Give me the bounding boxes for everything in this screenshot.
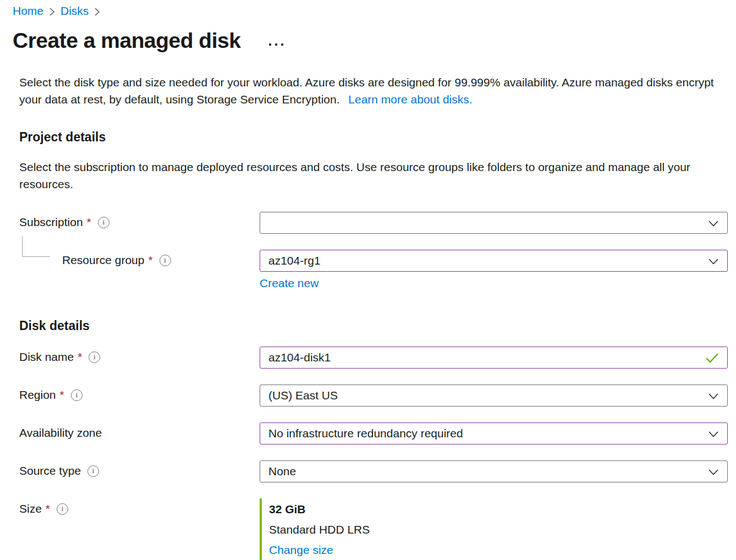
disk-details-heading: Disk details: [19, 319, 728, 333]
disk-details-fields: Disk name * i Region *: [19, 347, 728, 560]
size-value: 32 GiB: [269, 499, 728, 519]
region-dropdown[interactable]: (US) East US: [260, 385, 728, 407]
availability-zone-value: No infrastructure redundancy required: [268, 427, 463, 440]
intro-text: Select the disk type and size needed for…: [19, 74, 728, 108]
info-icon[interactable]: i: [160, 255, 171, 266]
required-asterisk: *: [87, 216, 91, 229]
page-title: Create a managed disk: [13, 29, 240, 53]
resource-group-row: Resource group * i az104-rg1 Create new: [19, 250, 728, 290]
create-managed-disk-page: Home Disks Create a managed disk Select …: [0, 0, 736, 560]
required-asterisk: *: [148, 254, 152, 267]
info-icon[interactable]: i: [57, 503, 68, 515]
source-type-row: Source type i None: [19, 460, 728, 482]
region-label: Region * i: [19, 385, 260, 402]
disk-name-row: Disk name * i: [19, 347, 728, 369]
chevron-down-icon: [708, 219, 719, 227]
subscription-dropdown[interactable]: [260, 212, 728, 234]
checkmark-icon: [705, 353, 719, 363]
resource-group-connector-line: [22, 236, 50, 257]
chevron-right-icon: [94, 6, 100, 17]
disk-name-field: [260, 347, 728, 369]
breadcrumb: Home Disks: [13, 4, 728, 18]
chevron-down-icon: [708, 257, 719, 265]
region-value: (US) East US: [268, 389, 338, 402]
more-options-icon[interactable]: [269, 43, 283, 46]
project-details-description: Select the subscription to manage deploy…: [19, 158, 728, 193]
info-icon[interactable]: i: [89, 352, 100, 363]
required-asterisk: *: [60, 388, 64, 402]
size-sku: Standard HDD LRS: [269, 519, 728, 540]
learn-more-link[interactable]: Learn more about disks.: [348, 93, 472, 106]
breadcrumb-disks-link[interactable]: Disks: [61, 4, 89, 18]
project-details-fields: Subscription * i Resource group: [19, 212, 728, 290]
chevron-right-icon: [49, 6, 55, 17]
size-row: Size * i 32 GiB Standard HDD LRS Change …: [19, 498, 728, 560]
info-icon[interactable]: i: [98, 217, 109, 228]
project-details-heading: Project details: [19, 130, 728, 145]
info-icon[interactable]: i: [87, 465, 99, 477]
subscription-row: Subscription * i: [19, 212, 728, 234]
create-new-link[interactable]: Create new: [260, 277, 318, 290]
availability-zone-row: Availability zone No infrastructure redu…: [19, 422, 728, 444]
breadcrumb-home-link[interactable]: Home: [13, 4, 43, 18]
chevron-down-icon: [708, 392, 719, 400]
source-type-label: Source type i: [19, 460, 260, 477]
chevron-down-icon: [708, 468, 719, 476]
source-type-value: None: [268, 465, 296, 478]
availability-zone-dropdown[interactable]: No infrastructure redundancy required: [260, 422, 728, 444]
disk-name-label: Disk name * i: [19, 347, 260, 364]
chevron-down-icon: [708, 430, 719, 438]
size-summary: 32 GiB Standard HDD LRS Change size: [260, 498, 728, 560]
region-row: Region * i (US) East US: [19, 385, 728, 407]
availability-zone-label: Availability zone: [19, 422, 260, 440]
info-icon[interactable]: i: [71, 389, 83, 401]
required-asterisk: *: [46, 502, 50, 515]
resource-group-label: Resource group * i: [19, 250, 260, 267]
required-asterisk: *: [78, 350, 82, 364]
size-label: Size * i: [19, 498, 260, 515]
resource-group-value: az104-rg1: [268, 254, 321, 267]
page-header: Create a managed disk: [13, 29, 728, 53]
change-size-link[interactable]: Change size: [269, 540, 333, 560]
source-type-dropdown[interactable]: None: [260, 460, 728, 482]
resource-group-dropdown[interactable]: az104-rg1: [260, 250, 728, 272]
subscription-label: Subscription * i: [19, 212, 260, 229]
disk-name-input[interactable]: [268, 351, 705, 364]
